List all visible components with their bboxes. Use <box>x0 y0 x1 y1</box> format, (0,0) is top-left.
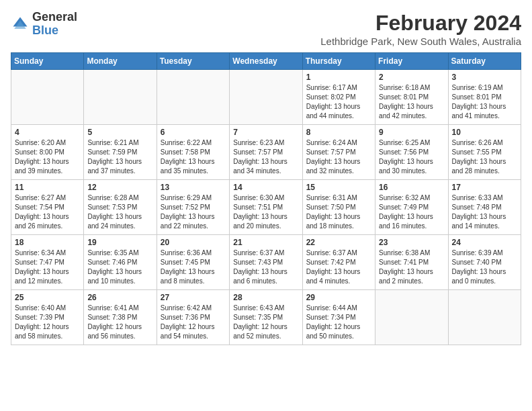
day-number: 29 <box>306 293 372 302</box>
logo-general-text: General <box>32 11 77 24</box>
day-number: 25 <box>15 293 81 302</box>
day-info: Sunrise: 6:39 AM Sunset: 7:40 PM Dayligh… <box>452 248 518 286</box>
calendar-day-cell: 17Sunrise: 6:33 AM Sunset: 7:48 PM Dayli… <box>448 180 521 235</box>
calendar-week-row: 11Sunrise: 6:27 AM Sunset: 7:54 PM Dayli… <box>11 180 521 235</box>
calendar-day-cell: 6Sunrise: 6:22 AM Sunset: 7:58 PM Daylig… <box>157 125 229 180</box>
day-number: 18 <box>15 238 81 247</box>
calendar-day-cell: 29Sunrise: 6:44 AM Sunset: 7:34 PM Dayli… <box>302 290 375 345</box>
day-info: Sunrise: 6:37 AM Sunset: 7:43 PM Dayligh… <box>233 248 299 286</box>
calendar-day-cell: 16Sunrise: 6:32 AM Sunset: 7:49 PM Dayli… <box>375 180 448 235</box>
day-info: Sunrise: 6:29 AM Sunset: 7:52 PM Dayligh… <box>161 193 226 231</box>
day-info: Sunrise: 6:20 AM Sunset: 8:00 PM Dayligh… <box>15 138 81 176</box>
calendar-day-cell: 21Sunrise: 6:37 AM Sunset: 7:43 PM Dayli… <box>230 235 302 290</box>
calendar-day-cell: 14Sunrise: 6:30 AM Sunset: 7:51 PM Dayli… <box>230 180 302 235</box>
day-number: 24 <box>452 238 518 247</box>
calendar-day-cell: 2Sunrise: 6:18 AM Sunset: 8:01 PM Daylig… <box>375 70 448 125</box>
calendar-week-row: 4Sunrise: 6:20 AM Sunset: 8:00 PM Daylig… <box>11 125 521 180</box>
weekday-header-cell: Tuesday <box>157 53 229 70</box>
calendar-day-cell <box>230 70 302 125</box>
calendar-day-cell: 22Sunrise: 6:37 AM Sunset: 7:42 PM Dayli… <box>302 235 375 290</box>
day-info: Sunrise: 6:27 AM Sunset: 7:54 PM Dayligh… <box>15 193 81 231</box>
day-info: Sunrise: 6:26 AM Sunset: 7:55 PM Dayligh… <box>452 138 518 176</box>
title-block: February 2024 Lethbridge Park, New South… <box>320 11 521 47</box>
logo: General Blue <box>11 11 77 38</box>
day-info: Sunrise: 6:33 AM Sunset: 7:48 PM Dayligh… <box>452 193 518 231</box>
weekday-header-row: SundayMondayTuesdayWednesdayThursdayFrid… <box>11 53 521 70</box>
day-number: 26 <box>87 293 153 302</box>
calendar-day-cell: 11Sunrise: 6:27 AM Sunset: 7:54 PM Dayli… <box>11 180 84 235</box>
day-info: Sunrise: 6:42 AM Sunset: 7:36 PM Dayligh… <box>161 304 226 341</box>
calendar-day-cell: 27Sunrise: 6:42 AM Sunset: 7:36 PM Dayli… <box>157 290 229 345</box>
day-info: Sunrise: 6:18 AM Sunset: 8:01 PM Dayligh… <box>379 83 445 121</box>
calendar-day-cell <box>157 70 229 125</box>
day-number: 22 <box>306 238 372 247</box>
day-number: 5 <box>87 128 153 137</box>
calendar-week-row: 18Sunrise: 6:34 AM Sunset: 7:47 PM Dayli… <box>11 235 521 290</box>
calendar-title: February 2024 <box>320 11 521 36</box>
weekday-header-cell: Thursday <box>302 53 375 70</box>
calendar-day-cell: 28Sunrise: 6:43 AM Sunset: 7:35 PM Dayli… <box>230 290 302 345</box>
weekday-header-cell: Monday <box>84 53 157 70</box>
day-number: 4 <box>15 128 81 137</box>
day-info: Sunrise: 6:36 AM Sunset: 7:45 PM Dayligh… <box>161 248 226 286</box>
day-number: 12 <box>87 183 153 192</box>
calendar-subtitle: Lethbridge Park, New South Wales, Austra… <box>320 36 521 47</box>
calendar-day-cell: 24Sunrise: 6:39 AM Sunset: 7:40 PM Dayli… <box>448 235 521 290</box>
day-number: 19 <box>87 238 153 247</box>
day-info: Sunrise: 6:22 AM Sunset: 7:58 PM Dayligh… <box>161 138 226 176</box>
calendar-day-cell: 1Sunrise: 6:17 AM Sunset: 8:02 PM Daylig… <box>302 70 375 125</box>
calendar-week-row: 1Sunrise: 6:17 AM Sunset: 8:02 PM Daylig… <box>11 70 521 125</box>
day-number: 13 <box>161 183 226 192</box>
day-info: Sunrise: 6:23 AM Sunset: 7:57 PM Dayligh… <box>233 138 299 176</box>
day-info: Sunrise: 6:28 AM Sunset: 7:53 PM Dayligh… <box>87 193 153 231</box>
day-number: 7 <box>233 128 299 137</box>
day-info: Sunrise: 6:35 AM Sunset: 7:46 PM Dayligh… <box>87 248 153 286</box>
calendar-day-cell: 13Sunrise: 6:29 AM Sunset: 7:52 PM Dayli… <box>157 180 229 235</box>
day-info: Sunrise: 6:17 AM Sunset: 8:02 PM Dayligh… <box>306 83 372 121</box>
calendar-day-cell <box>84 70 157 125</box>
calendar-day-cell: 5Sunrise: 6:21 AM Sunset: 7:59 PM Daylig… <box>84 125 157 180</box>
calendar-day-cell: 18Sunrise: 6:34 AM Sunset: 7:47 PM Dayli… <box>11 235 84 290</box>
day-number: 8 <box>306 128 372 137</box>
calendar-day-cell <box>448 290 521 345</box>
day-number: 20 <box>161 238 226 247</box>
calendar-day-cell: 25Sunrise: 6:40 AM Sunset: 7:39 PM Dayli… <box>11 290 84 345</box>
day-info: Sunrise: 6:30 AM Sunset: 7:51 PM Dayligh… <box>233 193 299 231</box>
calendar-day-cell <box>11 70 84 125</box>
day-info: Sunrise: 6:38 AM Sunset: 7:41 PM Dayligh… <box>379 248 445 286</box>
day-number: 9 <box>379 128 445 137</box>
day-number: 21 <box>233 238 299 247</box>
weekday-header-cell: Wednesday <box>230 53 302 70</box>
calendar-day-cell: 7Sunrise: 6:23 AM Sunset: 7:57 PM Daylig… <box>230 125 302 180</box>
day-info: Sunrise: 6:31 AM Sunset: 7:50 PM Dayligh… <box>306 193 372 231</box>
page-header: General Blue February 2024 Lethbridge Pa… <box>11 11 521 47</box>
weekday-header-cell: Sunday <box>11 53 84 70</box>
weekday-header-cell: Saturday <box>448 53 521 70</box>
calendar-table: SundayMondayTuesdayWednesdayThursdayFrid… <box>11 52 521 345</box>
day-number: 6 <box>161 128 226 137</box>
day-info: Sunrise: 6:37 AM Sunset: 7:42 PM Dayligh… <box>306 248 372 286</box>
day-number: 3 <box>452 73 518 82</box>
day-number: 27 <box>161 293 226 302</box>
day-number: 23 <box>379 238 445 247</box>
day-info: Sunrise: 6:41 AM Sunset: 7:38 PM Dayligh… <box>87 304 153 341</box>
calendar-week-row: 25Sunrise: 6:40 AM Sunset: 7:39 PM Dayli… <box>11 290 521 345</box>
day-info: Sunrise: 6:21 AM Sunset: 7:59 PM Dayligh… <box>87 138 153 176</box>
day-number: 1 <box>306 73 372 82</box>
calendar-day-cell: 15Sunrise: 6:31 AM Sunset: 7:50 PM Dayli… <box>302 180 375 235</box>
day-info: Sunrise: 6:40 AM Sunset: 7:39 PM Dayligh… <box>15 304 81 341</box>
calendar-body: 1Sunrise: 6:17 AM Sunset: 8:02 PM Daylig… <box>11 70 521 345</box>
calendar-day-cell <box>375 290 448 345</box>
logo-icon <box>11 15 30 34</box>
calendar-day-cell: 10Sunrise: 6:26 AM Sunset: 7:55 PM Dayli… <box>448 125 521 180</box>
calendar-day-cell: 19Sunrise: 6:35 AM Sunset: 7:46 PM Dayli… <box>84 235 157 290</box>
day-number: 14 <box>233 183 299 192</box>
weekday-header-cell: Friday <box>375 53 448 70</box>
calendar-day-cell: 4Sunrise: 6:20 AM Sunset: 8:00 PM Daylig… <box>11 125 84 180</box>
calendar-day-cell: 20Sunrise: 6:36 AM Sunset: 7:45 PM Dayli… <box>157 235 229 290</box>
calendar-day-cell: 8Sunrise: 6:24 AM Sunset: 7:57 PM Daylig… <box>302 125 375 180</box>
day-number: 28 <box>233 293 299 302</box>
calendar-day-cell: 23Sunrise: 6:38 AM Sunset: 7:41 PM Dayli… <box>375 235 448 290</box>
day-number: 2 <box>379 73 445 82</box>
calendar-day-cell: 26Sunrise: 6:41 AM Sunset: 7:38 PM Dayli… <box>84 290 157 345</box>
